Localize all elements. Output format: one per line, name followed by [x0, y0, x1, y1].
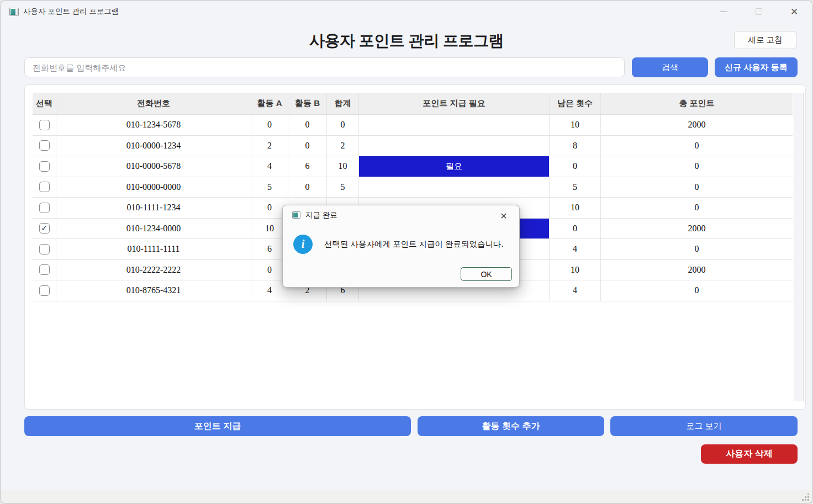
dialog-ok-button[interactable]: OK: [461, 267, 512, 281]
dialog-window-icon: [292, 211, 300, 219]
delete-user-button[interactable]: 사용자 삭제: [701, 444, 798, 464]
maximize-icon: [756, 8, 762, 15]
dialog-title: 지급 완료: [305, 210, 337, 220]
cell-phone: 010-1111-1111: [56, 239, 251, 260]
search-button[interactable]: 검색: [632, 57, 708, 77]
row-checkbox[interactable]: [39, 161, 50, 172]
info-icon: i: [293, 235, 313, 254]
column-header-select: 선택: [33, 93, 56, 115]
cell-points: 0: [601, 198, 793, 219]
column-header-need: 포인트 지급 필요: [359, 93, 550, 115]
cell-remaining: 4: [550, 280, 601, 301]
cell-sum: 5: [327, 177, 359, 198]
cell-activity-b: 0: [288, 136, 327, 157]
register-user-button[interactable]: 신규 사용자 등록: [715, 57, 798, 77]
maximize-button[interactable]: [751, 3, 767, 20]
cell-phone: 010-1234-5678: [56, 115, 251, 136]
app-window: 사용자 포인트 관리 프로그램 ✕ 사용자 포인트 관리 프로그램 새로 고침 …: [0, 0, 813, 504]
payment-complete-dialog: 지급 완료 ✕ i 선택된 사용자에게 포인트 지급이 완료되었습니다. OK: [282, 205, 520, 288]
cell-remaining: 4: [550, 239, 601, 260]
cell-phone: 010-2222-2222: [56, 260, 251, 281]
row-checkbox[interactable]: [39, 285, 50, 296]
table-row: 010-0000-1234 2 0 2 8 0: [33, 136, 793, 157]
table-scrollbar[interactable]: [794, 93, 804, 401]
cell-phone: 010-1111-1234: [56, 198, 251, 219]
cell-remaining: 0: [550, 156, 601, 177]
cell-points: 0: [601, 177, 793, 198]
close-button[interactable]: ✕: [786, 3, 803, 20]
row-checkbox[interactable]: [39, 244, 50, 254]
dialog-message: 선택된 사용자에게 포인트 지급이 완료되었습니다.: [324, 239, 504, 250]
row-checkbox[interactable]: [39, 264, 50, 275]
dialog-close-button[interactable]: ✕: [497, 210, 510, 222]
page-title: 사용자 포인트 관리 프로그램: [1, 30, 812, 51]
table-row: 010-1234-5678 0 0 0 10 2000: [33, 115, 793, 136]
app-window-icon: [9, 8, 19, 16]
cell-activity-a: 0: [251, 115, 288, 136]
add-activity-button[interactable]: 활동 횟수 추가: [418, 416, 604, 436]
column-header-phone: 전화번호: [56, 93, 251, 115]
cell-need: [359, 115, 550, 136]
row-checkbox[interactable]: [39, 182, 50, 192]
cell-activity-a: 4: [251, 156, 288, 177]
row-checkbox[interactable]: ✓: [39, 223, 50, 234]
cell-points: 0: [601, 136, 793, 157]
minimize-button[interactable]: [715, 3, 732, 20]
cell-remaining: 10: [550, 198, 601, 219]
cell-sum: 10: [327, 156, 359, 177]
title-bar: 사용자 포인트 관리 프로그램 ✕: [1, 1, 812, 23]
table-row: 010-0000-5678 4 6 10 필요 0 0: [33, 156, 793, 177]
column-header-sum: 합계: [327, 93, 359, 115]
cell-points: 2000: [601, 260, 793, 281]
cell-remaining: 10: [550, 115, 601, 136]
cell-activity-a: 2: [251, 136, 288, 157]
pay-points-button[interactable]: 포인트 지급: [24, 416, 411, 436]
cell-sum: 2: [327, 136, 359, 157]
column-header-points: 총 포인트: [601, 93, 793, 115]
window-title: 사용자 포인트 관리 프로그램: [23, 7, 119, 17]
cell-phone: 010-0000-5678: [56, 156, 251, 177]
cell-points: 0: [601, 156, 793, 177]
cell-phone: 010-0000-0000: [56, 177, 251, 198]
cell-remaining: 0: [550, 219, 601, 240]
cell-phone: 010-0000-1234: [56, 136, 251, 157]
cell-activity-a: 5: [251, 177, 288, 198]
column-header-remaining: 남은 횟수: [550, 93, 601, 115]
cell-points: 2000: [601, 219, 793, 240]
table-header-row: 선택 전화번호 활동 A 활동 B 합계 포인트 지급 필요 남은 횟수 총 포…: [33, 93, 793, 115]
cell-activity-b: 6: [288, 156, 327, 177]
cell-points: 0: [601, 280, 793, 301]
cell-remaining: 10: [550, 260, 601, 281]
view-log-button[interactable]: 로그 보기: [610, 416, 798, 436]
row-checkbox[interactable]: [39, 120, 50, 130]
column-header-activity-b: 활동 B: [288, 93, 327, 115]
row-checkbox[interactable]: [39, 140, 50, 151]
status-strip: [1, 490, 812, 503]
minimize-icon: [720, 12, 727, 12]
refresh-button[interactable]: 새로 고침: [734, 31, 796, 49]
dialog-title-bar: 지급 완료 ✕: [283, 205, 519, 225]
cell-need: [359, 177, 550, 198]
phone-search-input[interactable]: [24, 57, 625, 77]
cell-activity-b: 0: [288, 177, 327, 198]
cell-phone: 010-8765-4321: [56, 280, 251, 301]
row-checkbox[interactable]: [39, 203, 50, 213]
cell-need: 필요: [359, 156, 550, 177]
cell-need: [359, 136, 550, 157]
cell-points: 2000: [601, 115, 793, 136]
cell-points: 0: [601, 239, 793, 260]
column-header-activity-a: 활동 A: [251, 93, 288, 115]
cell-remaining: 5: [550, 177, 601, 198]
table-row: 010-0000-0000 5 0 5 5 0: [33, 177, 793, 198]
cell-sum: 0: [327, 115, 359, 136]
cell-activity-b: 0: [288, 115, 327, 136]
cell-phone: 010-1234-0000: [56, 219, 251, 240]
cell-remaining: 8: [550, 136, 601, 157]
close-icon: ✕: [790, 7, 798, 17]
resize-grip-icon[interactable]: [801, 493, 809, 501]
